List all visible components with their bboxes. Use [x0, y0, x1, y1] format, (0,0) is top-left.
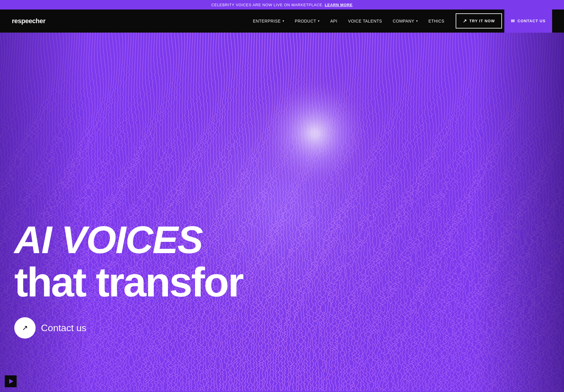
cta-circle-button[interactable]: ↗ — [14, 317, 36, 339]
hero-content: AI VOICES that transfor ↗ Contact us — [14, 220, 243, 339]
nav-enterprise[interactable]: ENTERPRISE ▾ — [249, 16, 288, 26]
nav-api-label: API — [330, 19, 338, 23]
mail-icon: ✉ — [511, 18, 515, 24]
hero-cta: ↗ Contact us — [14, 317, 243, 339]
arrow-diagonal-icon: ↗ — [463, 18, 467, 24]
nav-product[interactable]: PRODUCT ▾ — [291, 16, 324, 26]
nav-api[interactable]: API — [326, 16, 342, 26]
chevron-down-icon: ▾ — [283, 19, 284, 23]
nav-voice-talents-label: VOICE TALENTS — [348, 19, 382, 23]
chevron-down-icon: ▾ — [416, 19, 418, 23]
logo[interactable]: respeecher — [12, 17, 45, 25]
nav-voice-talents[interactable]: VOICE TALENTS — [344, 16, 386, 26]
nav-company-label: COMPANY — [393, 19, 414, 23]
announcement-text: CELEBRITY VOICES ARE NOW LIVE ON MARKETP… — [211, 3, 324, 7]
hero-section: // This won't execute in SVG directly, s… — [0, 33, 564, 392]
try-it-now-button[interactable]: ↗ TRY IT NOW — [456, 13, 502, 28]
try-button-label: TRY IT NOW — [469, 19, 495, 23]
chevron-down-icon: ▾ — [318, 19, 319, 23]
nav-enterprise-label: ENTERPRISE — [253, 19, 281, 23]
nav-ethics[interactable]: ETHICS — [424, 16, 449, 26]
hero-title-line1: AI VOICES — [14, 220, 243, 259]
arrow-diagonal-icon: ↗ — [22, 324, 28, 332]
nav-ethics-label: ETHICS — [428, 19, 444, 23]
nav-product-label: PRODUCT — [295, 19, 316, 23]
contact-button-label: CONTACT US — [517, 19, 546, 23]
cta-label: Contact us — [41, 323, 86, 334]
play-icon — [9, 379, 13, 384]
announcement-bar: CELEBRITY VOICES ARE NOW LIVE ON MARKETP… — [0, 0, 564, 9]
hero-title-line2: that transfor — [14, 261, 243, 303]
navbar: respeecher ENTERPRISE ▾ PRODUCT ▾ API VO… — [0, 9, 564, 33]
nav-company[interactable]: COMPANY ▾ — [389, 16, 422, 26]
contact-us-button[interactable]: ✉ CONTACT US — [504, 9, 552, 33]
play-button[interactable] — [5, 375, 17, 387]
announcement-link[interactable]: LEARN MORE — [325, 3, 353, 7]
nav-links: ENTERPRISE ▾ PRODUCT ▾ API VOICE TALENTS… — [249, 16, 449, 26]
